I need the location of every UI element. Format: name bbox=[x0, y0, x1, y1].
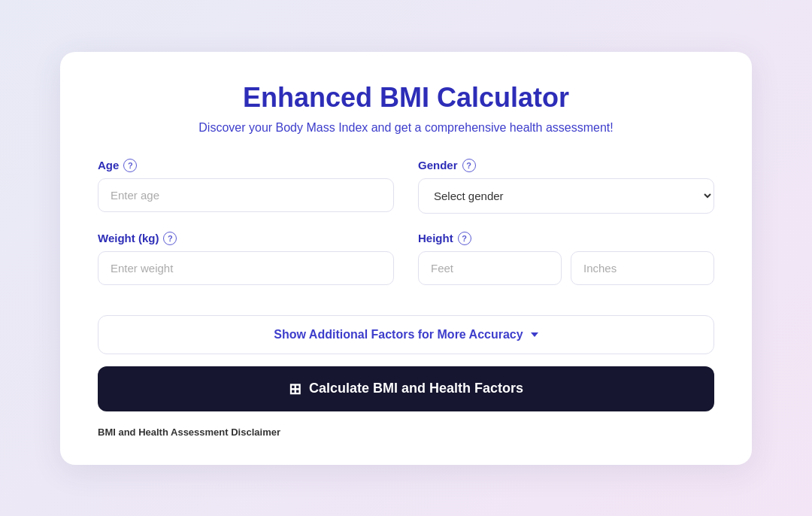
weight-label: Weight (kg) ? bbox=[98, 232, 394, 245]
additional-factors-label: Show Additional Factors for More Accurac… bbox=[274, 328, 523, 341]
weight-input[interactable] bbox=[98, 251, 394, 285]
height-feet-input[interactable] bbox=[418, 251, 562, 285]
calculate-label: Calculate BMI and Health Factors bbox=[309, 381, 523, 396]
height-help-icon[interactable]: ? bbox=[458, 232, 471, 245]
gender-group: Gender ? Select gender Male Female Other bbox=[418, 159, 714, 214]
row-weight-height: Weight (kg) ? Height ? bbox=[98, 232, 714, 285]
gender-label: Gender ? bbox=[418, 159, 714, 172]
age-group: Age ? bbox=[98, 159, 394, 214]
disclaimer-text: BMI and Health Assessment Disclaimer bbox=[98, 426, 714, 438]
calculate-button[interactable]: ⊞ Calculate BMI and Health Factors bbox=[98, 366, 714, 411]
age-input[interactable] bbox=[98, 178, 394, 212]
height-label: Height ? bbox=[418, 232, 714, 245]
calculator-icon: ⊞ bbox=[289, 380, 301, 398]
weight-group: Weight (kg) ? bbox=[98, 232, 394, 285]
page-subtitle: Discover your Body Mass Index and get a … bbox=[98, 121, 714, 135]
page-title: Enhanced BMI Calculator bbox=[98, 82, 714, 114]
gender-select[interactable]: Select gender Male Female Other bbox=[418, 178, 714, 214]
chevron-down-icon bbox=[531, 332, 538, 337]
weight-help-icon[interactable]: ? bbox=[163, 232, 177, 245]
height-inputs-container bbox=[418, 251, 714, 285]
age-label: Age ? bbox=[98, 159, 394, 172]
additional-factors-button[interactable]: Show Additional Factors for More Accurac… bbox=[98, 315, 714, 354]
gender-help-icon[interactable]: ? bbox=[462, 159, 476, 172]
row-age-gender: Age ? Gender ? Select gender Male Female… bbox=[98, 159, 714, 214]
height-inches-input[interactable] bbox=[571, 251, 714, 285]
age-help-icon[interactable]: ? bbox=[123, 159, 137, 172]
bmi-calculator-card: Enhanced BMI Calculator Discover your Bo… bbox=[60, 52, 752, 465]
height-group: Height ? bbox=[418, 232, 714, 285]
